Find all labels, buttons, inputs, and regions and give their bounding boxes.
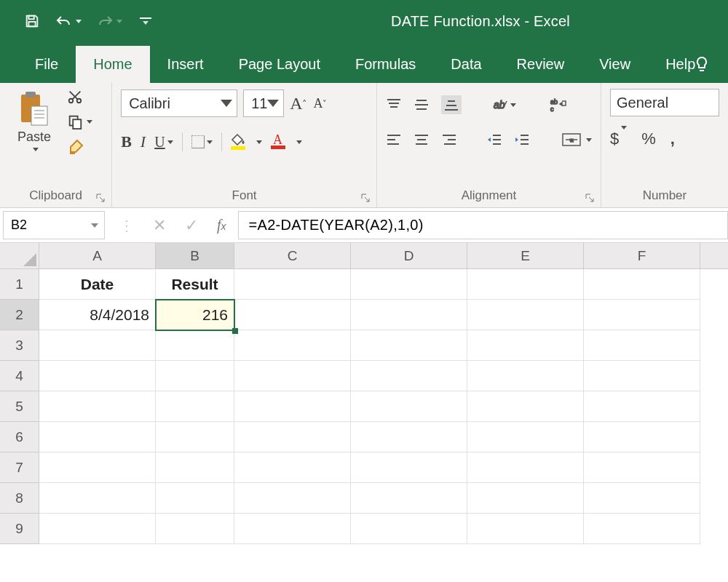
cell[interactable] (584, 361, 700, 391)
column-header[interactable]: B (156, 243, 234, 268)
row-header[interactable]: 7 (0, 453, 39, 483)
cut-button[interactable] (67, 89, 83, 105)
decrease-indent-icon[interactable] (486, 133, 502, 146)
tab-home[interactable]: Home (76, 46, 149, 83)
cell[interactable] (39, 453, 156, 483)
row-header[interactable]: 1 (0, 269, 39, 300)
cell[interactable] (39, 483, 156, 514)
insert-function-icon[interactable]: fx (217, 217, 226, 234)
enter-formula-icon[interactable]: ✓ (185, 216, 198, 235)
italic-button[interactable]: I (141, 132, 146, 151)
font-size-combo[interactable]: 11 (243, 89, 284, 117)
cell[interactable] (351, 300, 467, 330)
format-painter-button[interactable] (67, 138, 84, 156)
row-header[interactable]: 2 (0, 300, 39, 330)
cell[interactable] (351, 483, 467, 514)
percent-format-button[interactable]: % (641, 129, 656, 148)
tab-insert[interactable]: Insert (150, 46, 221, 83)
cell[interactable] (584, 391, 700, 422)
select-all-corner[interactable] (0, 243, 39, 269)
customize-qat-icon[interactable] (137, 12, 154, 30)
cell[interactable] (584, 269, 700, 300)
cell[interactable] (156, 361, 234, 391)
column-header[interactable]: E (467, 243, 584, 268)
tab-view[interactable]: View (582, 46, 648, 83)
clipboard-dialog-launcher-icon[interactable] (95, 193, 106, 203)
cell[interactable] (39, 422, 156, 453)
cell[interactable] (467, 514, 584, 544)
formula-input[interactable]: =A2-DATE(YEAR(A2),1,0) (238, 211, 728, 239)
paste-dropdown-icon[interactable] (33, 148, 39, 151)
cell[interactable] (351, 514, 467, 544)
name-box[interactable]: B2 (3, 211, 105, 239)
undo-icon[interactable] (55, 12, 73, 30)
cell[interactable] (156, 514, 234, 544)
redo-icon[interactable] (96, 12, 114, 30)
cell[interactable] (39, 514, 156, 544)
wrap-text-button[interactable]: abc (550, 97, 569, 113)
tab-review[interactable]: Review (499, 46, 582, 83)
cell[interactable] (467, 483, 584, 514)
cell[interactable] (156, 483, 234, 514)
paste-button[interactable]: Paste (9, 87, 60, 186)
tab-data[interactable]: Data (433, 46, 499, 83)
cell[interactable] (156, 330, 234, 361)
cell[interactable]: 8/4/2018 (39, 300, 156, 330)
save-icon[interactable] (23, 12, 41, 30)
copy-button[interactable] (67, 113, 92, 129)
cell[interactable] (584, 453, 700, 483)
align-left-icon[interactable] (386, 133, 402, 146)
row-header[interactable]: 9 (0, 514, 39, 544)
fill-color-dropdown-icon[interactable] (256, 140, 262, 144)
cell[interactable] (584, 422, 700, 453)
cell[interactable] (584, 483, 700, 514)
row-header[interactable]: 4 (0, 361, 39, 391)
decrease-font-icon[interactable]: A˅ (313, 96, 327, 111)
cell[interactable] (467, 422, 584, 453)
cell[interactable]: Date (39, 269, 156, 300)
accounting-format-button[interactable]: $ (610, 129, 627, 148)
align-middle-icon[interactable] (414, 97, 430, 112)
fill-handle[interactable] (232, 328, 238, 334)
row-header[interactable]: 3 (0, 330, 39, 361)
column-header[interactable]: D (351, 243, 467, 268)
cell[interactable] (351, 453, 467, 483)
merge-center-button[interactable]: a (562, 132, 592, 147)
font-color-dropdown-icon[interactable] (296, 140, 302, 144)
cell[interactable] (156, 391, 234, 422)
chevron-down-icon[interactable] (91, 223, 98, 228)
tab-file[interactable]: File (17, 46, 76, 83)
cell[interactable] (39, 330, 156, 361)
cell[interactable] (234, 514, 351, 544)
cell[interactable] (156, 453, 234, 483)
tell-me-icon[interactable] (693, 55, 711, 73)
cell[interactable] (351, 269, 467, 300)
cell[interactable] (467, 391, 584, 422)
font-color-button[interactable]: A (271, 135, 285, 149)
cell[interactable] (584, 514, 700, 544)
row-header[interactable]: 6 (0, 422, 39, 453)
cell[interactable] (467, 300, 584, 330)
comma-format-button[interactable]: , (670, 129, 675, 148)
cell[interactable] (234, 422, 351, 453)
cell[interactable] (234, 391, 351, 422)
align-bottom-icon[interactable] (441, 95, 462, 114)
cell[interactable] (467, 330, 584, 361)
increase-font-icon[interactable]: A˄ (290, 94, 307, 113)
cell[interactable]: Result (156, 269, 234, 300)
cell[interactable] (467, 453, 584, 483)
fill-color-button[interactable] (231, 134, 245, 150)
tab-page-layout[interactable]: Page Layout (221, 46, 338, 83)
redo-dropdown-icon[interactable] (116, 20, 122, 23)
tab-formulas[interactable]: Formulas (338, 46, 433, 83)
column-header[interactable]: F (584, 243, 700, 268)
cell[interactable] (234, 483, 351, 514)
font-name-combo[interactable]: Calibri (121, 89, 237, 117)
cell[interactable] (584, 330, 700, 361)
cell[interactable] (39, 361, 156, 391)
cell[interactable] (584, 300, 700, 330)
cell[interactable] (234, 361, 351, 391)
cell[interactable] (156, 422, 234, 453)
border-button[interactable] (191, 135, 213, 148)
undo-dropdown-icon[interactable] (76, 20, 82, 23)
